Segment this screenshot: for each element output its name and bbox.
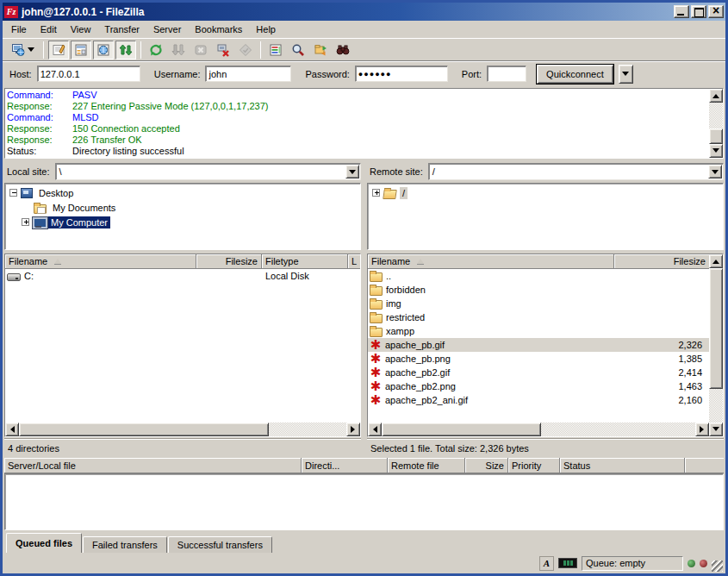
file-search-button[interactable] bbox=[288, 41, 308, 59]
column-server-local-file[interactable]: Server/Local file bbox=[4, 458, 302, 473]
local-site-combobox[interactable]: \ bbox=[55, 163, 361, 180]
file-row[interactable]: apache_pb2.gif2,414 bbox=[368, 366, 709, 379]
site-manager-button[interactable] bbox=[6, 41, 39, 59]
tree-item-my-documents[interactable]: My Documents bbox=[9, 200, 360, 215]
expand-expander-icon[interactable] bbox=[22, 218, 29, 226]
scroll-up-button[interactable] bbox=[709, 89, 723, 103]
disconnect-button[interactable] bbox=[213, 41, 233, 59]
file-row[interactable]: .. bbox=[368, 269, 709, 283]
toggle-queue-button[interactable] bbox=[115, 41, 136, 59]
column-priority[interactable]: Priority bbox=[508, 458, 560, 473]
combo-dropdown-button[interactable] bbox=[708, 165, 722, 178]
process-queue-button[interactable] bbox=[168, 41, 189, 59]
log-scrollbar[interactable] bbox=[709, 89, 723, 158]
collapse-expander-icon[interactable] bbox=[9, 189, 17, 197]
synchronized-browsing-button[interactable] bbox=[333, 41, 353, 59]
file-row-selected[interactable]: apache_pb.gif2,326 bbox=[368, 338, 709, 352]
local-horizontal-scrollbar[interactable] bbox=[5, 423, 360, 436]
menu-file[interactable]: File bbox=[4, 22, 34, 36]
host-input[interactable] bbox=[37, 66, 140, 82]
toolbar-separator bbox=[260, 41, 261, 59]
tab-failed-transfers[interactable]: Failed transfers bbox=[83, 536, 167, 553]
toolbar-separator bbox=[140, 41, 141, 59]
tab-successful-transfers[interactable]: Successful transfers bbox=[168, 536, 272, 553]
column-filename[interactable]: Filename bbox=[5, 254, 196, 269]
scrollbar-thumb[interactable] bbox=[382, 423, 541, 436]
menu-transfer[interactable]: Transfer bbox=[97, 22, 146, 36]
column-filesize[interactable]: Filesize bbox=[196, 254, 262, 269]
scrollbar-thumb[interactable] bbox=[709, 268, 723, 389]
file-row[interactable]: xampp bbox=[368, 324, 709, 338]
menu-help[interactable]: Help bbox=[249, 22, 283, 36]
menu-bookmarks[interactable]: Bookmarks bbox=[188, 22, 249, 36]
username-input[interactable] bbox=[205, 66, 291, 82]
site-manager-icon bbox=[11, 43, 25, 57]
scroll-down-button[interactable] bbox=[709, 144, 723, 158]
status-badge-icon[interactable] bbox=[558, 558, 577, 568]
close-button[interactable] bbox=[708, 5, 724, 18]
scrollbar-thumb[interactable] bbox=[19, 423, 269, 436]
quickconnect-dropdown-button[interactable] bbox=[619, 65, 633, 84]
column-last-modified[interactable]: L bbox=[348, 254, 360, 269]
log-line: Status:Directory listing successful bbox=[7, 146, 707, 157]
scroll-down-button[interactable] bbox=[709, 423, 723, 436]
menu-edit[interactable]: Edit bbox=[34, 22, 64, 36]
file-row[interactable]: forbidden bbox=[368, 283, 709, 297]
disconnect-icon bbox=[216, 43, 230, 57]
port-input[interactable] bbox=[487, 66, 526, 82]
toggle-local-tree-button[interactable] bbox=[71, 41, 91, 59]
tree-item-desktop[interactable]: Desktop bbox=[9, 185, 360, 200]
transfer-type-indicator-icon[interactable]: A bbox=[539, 556, 554, 571]
directory-comparison-icon bbox=[314, 43, 327, 57]
chevron-down-icon bbox=[349, 170, 356, 178]
directory-comparison-button[interactable] bbox=[310, 41, 331, 59]
menu-view[interactable]: View bbox=[64, 22, 98, 36]
scroll-right-button[interactable] bbox=[695, 423, 709, 436]
remote-horizontal-scrollbar[interactable] bbox=[368, 423, 709, 436]
tree-item-root[interactable]: / bbox=[371, 185, 723, 200]
remote-site-combobox[interactable]: / bbox=[428, 163, 724, 180]
scroll-left-button[interactable] bbox=[368, 423, 382, 436]
file-row-c-drive[interactable]: C: Local Disk bbox=[5, 269, 360, 283]
column-filesize[interactable]: Filesize bbox=[614, 254, 709, 269]
maximize-button[interactable] bbox=[691, 5, 706, 18]
reconnect-button[interactable] bbox=[235, 41, 256, 59]
column-direction[interactable]: Directi... bbox=[302, 458, 388, 473]
refresh-button[interactable] bbox=[146, 41, 166, 59]
toggle-message-log-button[interactable] bbox=[48, 41, 69, 59]
remote-vertical-scrollbar[interactable] bbox=[709, 254, 723, 436]
scroll-left-button[interactable] bbox=[5, 423, 19, 436]
file-row[interactable]: apache_pb.png1,385 bbox=[368, 352, 709, 366]
password-input[interactable] bbox=[355, 66, 448, 82]
tree-item-my-computer[interactable]: My Computer bbox=[9, 215, 360, 229]
column-filetype[interactable]: Filetype bbox=[262, 254, 348, 269]
file-row[interactable]: restricted bbox=[368, 310, 709, 324]
file-row[interactable]: apache_pb2_ani.gif2,160 bbox=[368, 393, 709, 407]
column-status[interactable]: Status bbox=[560, 458, 685, 473]
toggle-remote-tree-button[interactable] bbox=[93, 41, 114, 59]
quickconnect-bar: Host: Username: Password: Port: Quickcon… bbox=[3, 60, 725, 86]
menu-server[interactable]: Server bbox=[146, 22, 188, 36]
scroll-right-button[interactable] bbox=[346, 423, 360, 436]
image-file-icon bbox=[370, 366, 382, 379]
scroll-up-button[interactable] bbox=[709, 254, 723, 268]
file-row[interactable]: img bbox=[368, 297, 709, 310]
minimize-button[interactable] bbox=[674, 5, 689, 18]
binoculars-icon bbox=[336, 43, 350, 57]
site-manager-dropdown-icon[interactable] bbox=[28, 47, 34, 55]
browser-panes: Local site: \ Desktop My Documents bbox=[3, 160, 725, 458]
file-row[interactable]: apache_pb2.png1,463 bbox=[368, 379, 709, 393]
filter-button[interactable] bbox=[265, 41, 286, 59]
cancel-button[interactable] bbox=[190, 41, 211, 59]
tab-queued-files[interactable]: Queued files bbox=[6, 533, 82, 553]
column-remote-file[interactable]: Remote file bbox=[388, 458, 465, 473]
column-filename[interactable]: Filename bbox=[368, 254, 614, 269]
remote-site-row: Remote site: / bbox=[367, 162, 724, 181]
combo-dropdown-button[interactable] bbox=[345, 165, 359, 178]
resize-grip[interactable] bbox=[712, 560, 723, 572]
column-size[interactable]: Size bbox=[465, 458, 508, 473]
scrollbar-thumb[interactable] bbox=[709, 128, 723, 144]
remote-site-label: Remote site: bbox=[367, 166, 428, 177]
quickconnect-button[interactable]: Quickconnect bbox=[537, 65, 613, 84]
expand-expander-icon[interactable] bbox=[372, 189, 380, 197]
